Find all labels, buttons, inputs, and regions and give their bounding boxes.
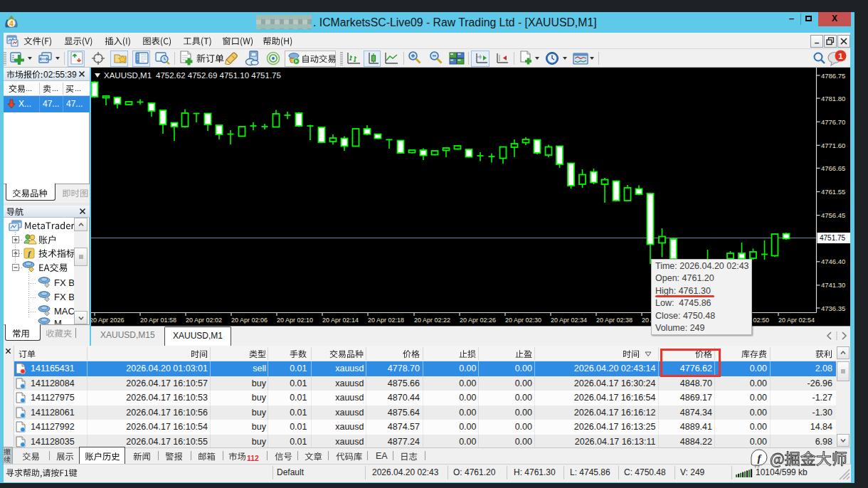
svg-text:4756.45: 4756.45: [821, 211, 845, 219]
svg-text:4786.75: 4786.75: [821, 72, 845, 80]
svg-text:4751.75: 4751.75: [820, 234, 846, 242]
svg-text:20 Apr 02:06: 20 Apr 02:06: [231, 317, 268, 324]
svg-text:4761.55: 4761.55: [821, 188, 845, 196]
svg-text:4752.62 4752.69 4751.10 4751.7: 4752.62 4752.69 4751.10 4751.75: [156, 71, 281, 80]
svg-text:20 Apr 2026: 20 Apr 2026: [91, 317, 125, 324]
svg-text:4766.65: 4766.65: [821, 164, 845, 172]
svg-text:4736.35: 4736.35: [821, 304, 845, 312]
svg-text:4741.30: 4741.30: [821, 281, 845, 289]
svg-text:20 Apr 02:34: 20 Apr 02:34: [551, 317, 587, 324]
svg-text:1: 1: [838, 52, 843, 60]
svg-text:4746.40: 4746.40: [821, 258, 845, 265]
svg-text:4771.60: 4771.60: [821, 142, 845, 149]
svg-text:20 Apr 02:02: 20 Apr 02:02: [186, 317, 222, 324]
svg-text:20 Apr 02:22: 20 Apr 02:22: [414, 317, 450, 324]
svg-text:4: 4: [9, 19, 14, 28]
svg-text:20 Apr 02:18: 20 Apr 02:18: [368, 317, 404, 324]
svg-text:20 Apr 02:14: 20 Apr 02:14: [322, 317, 359, 324]
svg-text:4776.70: 4776.70: [821, 118, 845, 126]
svg-text:20 Apr 02:10: 20 Apr 02:10: [277, 317, 313, 324]
svg-text:20 Apr 02:54: 20 Apr 02:54: [778, 317, 815, 324]
svg-text:20 Apr 02:38: 20 Apr 02:38: [596, 317, 633, 324]
svg-text:20 Apr 01:58: 20 Apr 01:58: [140, 317, 176, 324]
svg-text:4781.80: 4781.80: [821, 95, 845, 102]
svg-text:20 Apr 02:30: 20 Apr 02:30: [505, 317, 541, 324]
svg-text:20 Apr 02:26: 20 Apr 02:26: [460, 317, 496, 324]
svg-text:XAUUSD,M1: XAUUSD,M1: [104, 71, 152, 80]
